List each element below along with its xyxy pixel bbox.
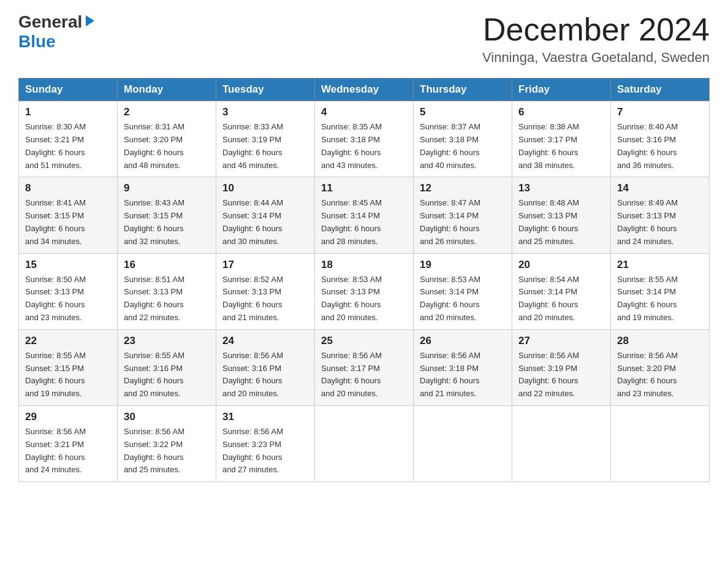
day-info: Sunrise: 8:49 AMSunset: 3:13 PMDaylight:… — [617, 197, 703, 248]
calendar-cell: 19Sunrise: 8:53 AMSunset: 3:14 PMDayligh… — [414, 253, 512, 329]
day-info: Sunrise: 8:37 AMSunset: 3:18 PMDaylight:… — [420, 121, 506, 172]
month-title: December 2024 — [482, 12, 710, 47]
day-info: Sunrise: 8:31 AMSunset: 3:20 PMDaylight:… — [124, 121, 210, 172]
day-number: 24 — [222, 335, 308, 347]
day-info: Sunrise: 8:55 AMSunset: 3:14 PMDaylight:… — [617, 274, 703, 324]
calendar-cell: 24Sunrise: 8:56 AMSunset: 3:16 PMDayligh… — [216, 329, 315, 405]
calendar-cell: 28Sunrise: 8:56 AMSunset: 3:20 PMDayligh… — [611, 329, 710, 405]
day-info: Sunrise: 8:50 AMSunset: 3:13 PMDaylight:… — [25, 274, 111, 324]
day-number: 6 — [518, 106, 604, 118]
day-info: Sunrise: 8:52 AMSunset: 3:13 PMDaylight:… — [222, 274, 308, 324]
calendar-cell: 21Sunrise: 8:55 AMSunset: 3:14 PMDayligh… — [611, 253, 710, 329]
calendar-cell: 27Sunrise: 8:56 AMSunset: 3:19 PMDayligh… — [512, 329, 611, 405]
day-number: 31 — [222, 411, 308, 423]
day-info: Sunrise: 8:35 AMSunset: 3:18 PMDaylight:… — [321, 121, 407, 172]
day-header-thursday: Thursday — [414, 79, 512, 101]
day-number: 1 — [25, 106, 111, 118]
calendar-cell: 9Sunrise: 8:43 AMSunset: 3:15 PMDaylight… — [118, 177, 216, 253]
logo-arrow-icon — [83, 12, 97, 32]
calendar-cell: 1Sunrise: 8:30 AMSunset: 3:21 PMDaylight… — [19, 101, 118, 177]
day-header-tuesday: Tuesday — [216, 79, 315, 101]
calendar-cell: 4Sunrise: 8:35 AMSunset: 3:18 PMDaylight… — [315, 101, 414, 177]
day-header-saturday: Saturday — [611, 79, 710, 101]
day-number: 23 — [124, 335, 210, 347]
day-number: 9 — [124, 182, 210, 194]
day-info: Sunrise: 8:56 AMSunset: 3:22 PMDaylight:… — [124, 426, 210, 477]
day-number: 15 — [25, 259, 111, 271]
day-info: Sunrise: 8:53 AMSunset: 3:14 PMDaylight:… — [420, 274, 506, 324]
day-info: Sunrise: 8:55 AMSunset: 3:15 PMDaylight:… — [25, 350, 111, 400]
page-header: General Blue December 2024 Vinninga, Vae… — [18, 12, 710, 66]
calendar-cell: 30Sunrise: 8:56 AMSunset: 3:22 PMDayligh… — [118, 405, 216, 481]
calendar-cell — [611, 405, 710, 481]
calendar-header-row: SundayMondayTuesdayWednesdayThursdayFrid… — [19, 79, 710, 101]
calendar-cell: 17Sunrise: 8:52 AMSunset: 3:13 PMDayligh… — [216, 253, 315, 329]
calendar-cell: 20Sunrise: 8:54 AMSunset: 3:14 PMDayligh… — [512, 253, 611, 329]
day-info: Sunrise: 8:40 AMSunset: 3:16 PMDaylight:… — [617, 121, 703, 172]
calendar-cell: 12Sunrise: 8:47 AMSunset: 3:14 PMDayligh… — [414, 177, 512, 253]
day-info: Sunrise: 8:41 AMSunset: 3:15 PMDaylight:… — [25, 197, 111, 248]
calendar-cell: 15Sunrise: 8:50 AMSunset: 3:13 PMDayligh… — [19, 253, 118, 329]
day-info: Sunrise: 8:56 AMSunset: 3:20 PMDaylight:… — [617, 350, 703, 400]
day-number: 5 — [420, 106, 506, 118]
day-info: Sunrise: 8:51 AMSunset: 3:13 PMDaylight:… — [124, 274, 210, 324]
day-header-friday: Friday — [512, 79, 611, 101]
calendar-cell: 22Sunrise: 8:55 AMSunset: 3:15 PMDayligh… — [19, 329, 118, 405]
day-number: 10 — [222, 182, 308, 194]
day-number: 30 — [124, 411, 210, 423]
calendar-week-row: 1Sunrise: 8:30 AMSunset: 3:21 PMDaylight… — [19, 101, 710, 177]
day-number: 16 — [124, 259, 210, 271]
calendar-week-row: 15Sunrise: 8:50 AMSunset: 3:13 PMDayligh… — [19, 253, 710, 329]
calendar-cell: 5Sunrise: 8:37 AMSunset: 3:18 PMDaylight… — [414, 101, 512, 177]
day-info: Sunrise: 8:48 AMSunset: 3:13 PMDaylight:… — [518, 197, 604, 248]
calendar-cell — [315, 405, 414, 481]
day-number: 28 — [617, 335, 703, 347]
calendar-cell: 18Sunrise: 8:53 AMSunset: 3:13 PMDayligh… — [315, 253, 414, 329]
calendar-cell: 23Sunrise: 8:55 AMSunset: 3:16 PMDayligh… — [118, 329, 216, 405]
day-number: 26 — [420, 335, 506, 347]
day-number: 27 — [518, 335, 604, 347]
calendar-cell: 7Sunrise: 8:40 AMSunset: 3:16 PMDaylight… — [611, 101, 710, 177]
calendar-cell: 8Sunrise: 8:41 AMSunset: 3:15 PMDaylight… — [19, 177, 118, 253]
calendar-week-row: 8Sunrise: 8:41 AMSunset: 3:15 PMDaylight… — [19, 177, 710, 253]
day-number: 21 — [617, 259, 703, 271]
day-info: Sunrise: 8:47 AMSunset: 3:14 PMDaylight:… — [420, 197, 506, 248]
day-info: Sunrise: 8:56 AMSunset: 3:23 PMDaylight:… — [222, 426, 308, 477]
calendar-cell: 3Sunrise: 8:33 AMSunset: 3:19 PMDaylight… — [216, 101, 315, 177]
calendar-week-row: 29Sunrise: 8:56 AMSunset: 3:21 PMDayligh… — [19, 405, 710, 481]
day-info: Sunrise: 8:54 AMSunset: 3:14 PMDaylight:… — [518, 274, 604, 324]
day-number: 14 — [617, 182, 703, 194]
calendar-cell: 14Sunrise: 8:49 AMSunset: 3:13 PMDayligh… — [611, 177, 710, 253]
calendar-week-row: 22Sunrise: 8:55 AMSunset: 3:15 PMDayligh… — [19, 329, 710, 405]
day-number: 3 — [222, 106, 308, 118]
day-info: Sunrise: 8:55 AMSunset: 3:16 PMDaylight:… — [124, 350, 210, 400]
location-text: Vinninga, Vaestra Goetaland, Sweden — [482, 50, 710, 66]
calendar-cell: 6Sunrise: 8:38 AMSunset: 3:17 PMDaylight… — [512, 101, 611, 177]
day-header-monday: Monday — [118, 79, 216, 101]
calendar-cell: 11Sunrise: 8:45 AMSunset: 3:14 PMDayligh… — [315, 177, 414, 253]
day-number: 29 — [25, 411, 111, 423]
day-number: 20 — [518, 259, 604, 271]
day-info: Sunrise: 8:56 AMSunset: 3:17 PMDaylight:… — [321, 350, 407, 400]
calendar-cell: 25Sunrise: 8:56 AMSunset: 3:17 PMDayligh… — [315, 329, 414, 405]
day-number: 7 — [617, 106, 703, 118]
day-info: Sunrise: 8:56 AMSunset: 3:18 PMDaylight:… — [420, 350, 506, 400]
day-info: Sunrise: 8:43 AMSunset: 3:15 PMDaylight:… — [124, 197, 210, 248]
calendar-cell: 2Sunrise: 8:31 AMSunset: 3:20 PMDaylight… — [118, 101, 216, 177]
day-number: 12 — [420, 182, 506, 194]
calendar-cell: 10Sunrise: 8:44 AMSunset: 3:14 PMDayligh… — [216, 177, 315, 253]
calendar-table: SundayMondayTuesdayWednesdayThursdayFrid… — [18, 78, 710, 482]
day-number: 18 — [321, 259, 407, 271]
day-info: Sunrise: 8:30 AMSunset: 3:21 PMDaylight:… — [25, 121, 111, 172]
calendar-cell: 16Sunrise: 8:51 AMSunset: 3:13 PMDayligh… — [118, 253, 216, 329]
day-number: 22 — [25, 335, 111, 347]
day-info: Sunrise: 8:33 AMSunset: 3:19 PMDaylight:… — [222, 121, 308, 172]
day-number: 4 — [321, 106, 407, 118]
logo-general-text: General — [18, 12, 97, 32]
day-info: Sunrise: 8:45 AMSunset: 3:14 PMDaylight:… — [321, 197, 407, 248]
day-header-wednesday: Wednesday — [315, 79, 414, 101]
day-info: Sunrise: 8:53 AMSunset: 3:13 PMDaylight:… — [321, 274, 407, 324]
day-header-sunday: Sunday — [19, 79, 118, 101]
day-info: Sunrise: 8:56 AMSunset: 3:16 PMDaylight:… — [222, 350, 308, 400]
day-number: 17 — [222, 259, 308, 271]
